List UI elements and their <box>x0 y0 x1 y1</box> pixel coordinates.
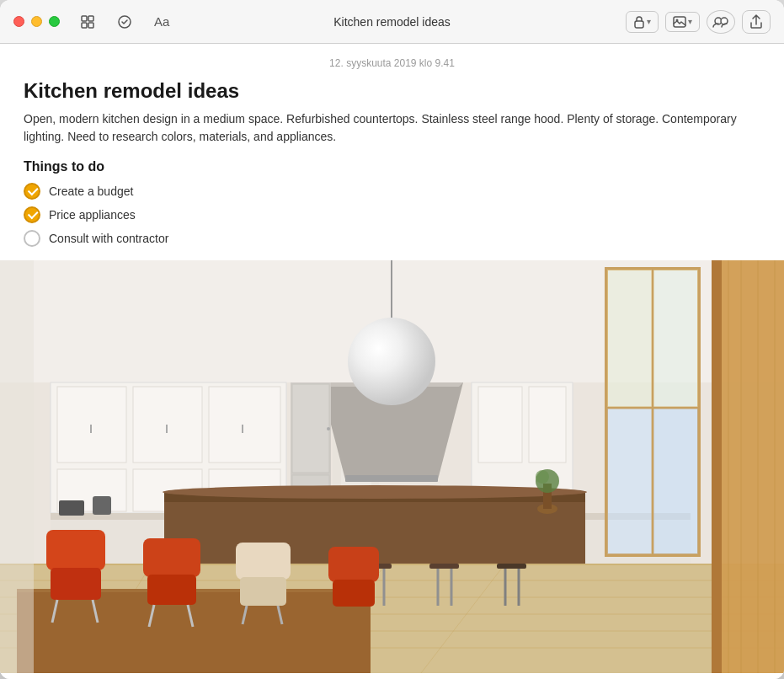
share-icon <box>749 14 763 29</box>
todo-label-2: Price appliances <box>49 208 136 222</box>
todo-checkbox-3[interactable] <box>24 230 40 247</box>
collaborate-button[interactable] <box>707 10 735 34</box>
list-item[interactable]: Consult with contractor <box>24 230 760 247</box>
lock-button[interactable]: ▾ <box>626 11 659 33</box>
right-toolbar: ▾ ▾ <box>626 10 771 34</box>
svg-point-50 <box>327 427 330 430</box>
svg-rect-92 <box>236 543 291 580</box>
svg-rect-88 <box>143 538 200 577</box>
content-area: 12. syyskuuta 2019 klo 9.41 Kitchen remo… <box>0 44 784 679</box>
svg-rect-85 <box>51 568 101 600</box>
section-heading: Things to do <box>24 159 760 174</box>
svg-rect-75 <box>429 564 459 569</box>
svg-rect-48 <box>292 384 329 473</box>
svg-rect-1 <box>88 16 93 21</box>
app-window: Aa Kitchen remodel ideas ▾ <box>0 0 784 679</box>
svg-rect-3 <box>88 23 93 28</box>
svg-rect-57 <box>653 270 698 407</box>
font-button[interactable]: Aa <box>147 11 176 32</box>
image-button[interactable]: ▾ <box>665 12 700 32</box>
note-date: 12. syyskuuta 2019 klo 9.41 <box>24 57 760 69</box>
grid-view-button[interactable] <box>73 11 102 33</box>
svg-rect-0 <box>82 16 87 21</box>
left-toolbar: Aa <box>73 11 176 33</box>
todo-list: Create a budget Price appliances Consult… <box>24 183 760 247</box>
svg-rect-58 <box>607 409 652 554</box>
lock-icon <box>633 15 645 29</box>
minimize-button[interactable] <box>31 16 42 27</box>
kitchen-scene-svg <box>0 260 784 673</box>
traffic-lights <box>13 16 60 27</box>
window-title: Kitchen remodel ideas <box>333 15 451 29</box>
list-item[interactable]: Price appliances <box>24 206 760 223</box>
svg-rect-13 <box>0 564 784 565</box>
svg-rect-2 <box>82 23 87 28</box>
todo-label-3: Consult with contractor <box>49 232 168 245</box>
titlebar: Aa Kitchen remodel ideas ▾ <box>0 0 784 44</box>
list-item[interactable]: Create a budget <box>24 183 760 200</box>
svg-rect-96 <box>328 547 379 582</box>
collaborate-icon <box>712 15 730 29</box>
image-chevron: ▾ <box>688 17 692 26</box>
svg-rect-38 <box>345 475 438 482</box>
svg-rect-104 <box>0 260 34 673</box>
image-icon <box>673 16 686 28</box>
maximize-button[interactable] <box>49 16 60 27</box>
svg-rect-102 <box>59 500 84 516</box>
svg-rect-5 <box>635 21 643 28</box>
font-icon: Aa <box>154 14 169 29</box>
svg-rect-103 <box>93 496 111 515</box>
svg-rect-41 <box>478 387 522 462</box>
svg-rect-42 <box>529 387 566 462</box>
svg-rect-93 <box>240 577 286 606</box>
grid-icon <box>80 14 95 29</box>
note-title[interactable]: Kitchen remodel ideas <box>24 79 760 104</box>
svg-rect-29 <box>209 387 280 462</box>
todo-label-1: Create a budget <box>49 184 133 198</box>
svg-rect-78 <box>497 564 526 569</box>
check-circle-button[interactable] <box>110 11 139 33</box>
note-body[interactable]: Open, modern kitchen design in a medium … <box>24 110 760 146</box>
todo-checkbox-2[interactable] <box>24 206 40 223</box>
check-circle-icon <box>117 14 132 29</box>
svg-rect-61 <box>712 260 722 673</box>
svg-rect-89 <box>147 575 196 605</box>
svg-point-101 <box>536 470 549 484</box>
svg-rect-97 <box>333 580 375 607</box>
svg-rect-59 <box>653 409 698 554</box>
svg-rect-84 <box>46 530 105 570</box>
note-content: 12. syyskuuta 2019 klo 9.41 Kitchen remo… <box>0 44 784 247</box>
share-button[interactable] <box>742 10 771 34</box>
svg-point-71 <box>163 485 587 499</box>
svg-rect-56 <box>607 270 652 407</box>
lock-chevron: ▾ <box>647 17 651 26</box>
close-button[interactable] <box>13 16 24 27</box>
svg-point-68 <box>348 318 435 405</box>
todo-checkbox-1[interactable] <box>24 183 40 200</box>
kitchen-image <box>0 260 784 673</box>
